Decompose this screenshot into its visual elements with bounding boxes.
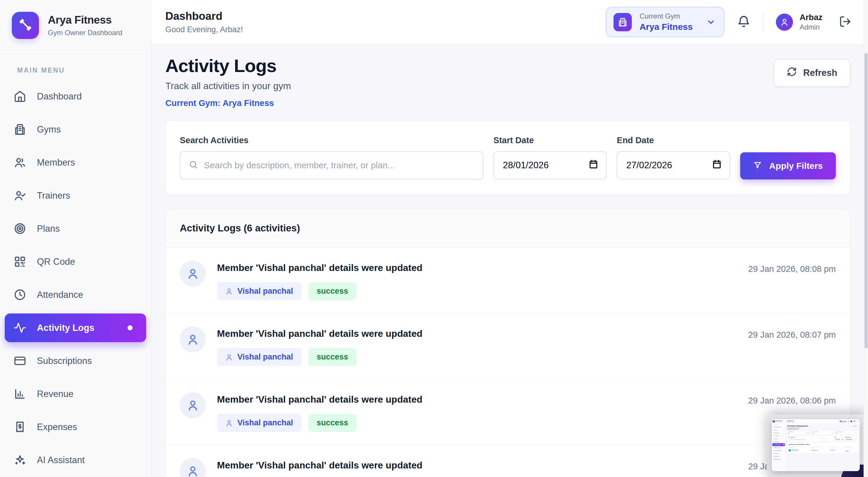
sidebar-item-trainers[interactable]: Trainers: [5, 181, 146, 210]
page-head-text: Activity Logs Track all activities in yo…: [165, 56, 291, 108]
pip-mini-checkin-time: ⌚ 09:52 am: [830, 449, 845, 451]
sidebar-item-dashboard[interactable]: Dashboard: [5, 82, 146, 111]
log-avatar: [180, 261, 206, 287]
sidebar: Arya Fitness Gym Owner Dashboard MAIN ME…: [0, 0, 151, 477]
activity-logs-card: Activity Logs (6 activities) Member 'Vis…: [165, 209, 850, 477]
current-gym-label: Current Gym: [640, 12, 693, 20]
current-gym-link[interactable]: Current Gym: Arya Fitness: [165, 98, 291, 108]
member-chip[interactable]: Vishal panchal: [217, 348, 302, 366]
activity-logs-header: Activity Logs (6 activities): [166, 209, 850, 248]
user-menu[interactable]: Arbaz Admin: [776, 13, 823, 31]
pip-mini-brand: Arya Fitness Gym Owner Dashboard: [772, 420, 785, 424]
status-badge: success: [309, 414, 356, 432]
log-chips: Vishal panchalsuccess: [217, 348, 737, 366]
sidebar-item-gyms[interactable]: Gyms: [5, 115, 146, 144]
sidebar-item-attendance[interactable]: Attendance: [5, 280, 146, 309]
sidebar-item-label: Expenses: [37, 422, 77, 433]
pip-mini-sidebar-item: Activity Logs: [772, 446, 785, 449]
funnel-icon: [753, 161, 762, 171]
topbar-title: Dashboard: [165, 10, 243, 23]
page-head: Activity Logs Track all activities in yo…: [165, 56, 850, 108]
refresh-button[interactable]: Refresh: [774, 59, 850, 87]
end-date-input[interactable]: 27/02/2026: [617, 151, 730, 180]
pip-mini-member-name: Vishal panchal: [792, 449, 798, 450]
pip-mini-sidebar-item: Attendance+: [772, 443, 785, 446]
pip-mini-sidebar-item: AI Assistant: [772, 458, 785, 461]
sidebar-item-plans[interactable]: Plans: [5, 214, 146, 243]
current-gym-name: Arya Fitness: [640, 22, 693, 32]
pip-mini-sidebar-item: Subscriptions: [772, 449, 785, 452]
pip-mini-stat-card: Inactive Members0: [835, 431, 858, 435]
user-text: Arbaz Admin: [800, 13, 823, 31]
scrollbar-thumb[interactable]: [864, 53, 868, 348]
gym-pill-text: Current Gym Arya Fitness: [640, 12, 693, 32]
user-check-icon: [13, 189, 26, 202]
pip-mini-table-column: Member Details: [788, 447, 812, 447]
start-date-label: Start Date: [493, 135, 607, 145]
current-gym-selector[interactable]: Current Gym Arya Fitness: [606, 7, 724, 37]
log-timestamp: 29 Jan 2026, 08:08 pm: [748, 261, 836, 300]
pip-mini-table-row: ☺ Vishal panchal ID: #1264 ☎ 9640567788 …: [787, 448, 858, 453]
avatar: [776, 13, 793, 31]
target-icon: [13, 222, 26, 235]
sidebar-item-revenue[interactable]: Revenue: [5, 380, 146, 408]
log-body: Member 'Vishal panchal' details were upd…: [217, 261, 737, 300]
sidebar-item-members[interactable]: Members: [5, 148, 146, 177]
pip-mini-search-input: ⚲ Search members by name or phone...: [788, 438, 833, 441]
sidebar-item-qr-code[interactable]: QR Code: [5, 247, 146, 276]
search-icon: [189, 160, 198, 170]
topbar-right: Current Gym Arya Fitness Arbaz Admin: [606, 7, 851, 37]
user-role: Admin: [800, 23, 823, 31]
log-title: Member 'Vishal panchal' details were upd…: [217, 328, 737, 339]
pip-mini-date-label: Date: [835, 437, 844, 438]
member-chip[interactable]: Vishal panchal: [217, 414, 302, 432]
sidebar-item-label: Members: [37, 157, 75, 168]
log-row: Member 'Vishal panchal' details were upd…: [166, 248, 850, 313]
apply-filters-label: Apply Filters: [769, 161, 823, 171]
pip-mini-sidebar-item: Dashboard: [772, 426, 785, 428]
pip-mini-content: Attendance Management Track daily member…: [786, 423, 860, 471]
calendar-icon[interactable]: [588, 159, 598, 171]
sidebar-item-subscriptions[interactable]: Subscriptions: [5, 347, 146, 375]
pip-mini-table: Attendance for 29 Jan 2026 (1 members) M…: [787, 443, 858, 454]
pip-mini-bell-icon: [848, 421, 849, 422]
pip-mini-logout-icon: [→: [857, 421, 858, 422]
log-avatar: [180, 458, 206, 477]
logout-button[interactable]: [839, 15, 851, 29]
pip-mini-table-column: Member Status: [845, 447, 857, 447]
pip-mini-stat-card: Active Members1: [811, 431, 834, 435]
pip-mini-page-link: Current Gym: Arya Fitness: [787, 428, 808, 430]
log-body: Member 'Vishal panchal' details were upd…: [217, 326, 737, 366]
pip-mini-topbar: Dashboard Good Evening, Arbaz! Current G…: [786, 419, 860, 423]
calendar-icon[interactable]: [712, 159, 722, 171]
search-input[interactable]: [204, 160, 474, 170]
apply-filters-button[interactable]: Apply Filters: [740, 152, 836, 180]
sidebar-item-ai-assistant[interactable]: AI Assistant: [5, 446, 146, 474]
pip-mini-main: Dashboard Good Evening, Arbaz! Current G…: [786, 419, 860, 471]
pip-preview-window[interactable]: Arya Fitness Gym Owner Dashboard MAIN ME…: [767, 414, 866, 477]
sidebar-item-label: Gyms: [37, 124, 61, 135]
notifications-button[interactable]: [737, 15, 750, 30]
pip-mini-sidebar-item: QR Code: [772, 440, 785, 443]
page-scrollbar[interactable]: [864, 0, 868, 477]
start-date-input[interactable]: 28/01/2026: [493, 151, 607, 180]
sidebar-item-expenses[interactable]: Expenses: [5, 413, 146, 441]
log-chips: Vishal panchalsuccess: [217, 414, 737, 432]
topbar-heading: Dashboard Good Evening, Arbaz!: [165, 10, 243, 34]
member-chip[interactable]: Vishal panchal: [217, 282, 302, 300]
sparkles-icon: [13, 454, 26, 466]
log-avatar: [180, 326, 206, 352]
brand-subtitle: Gym Owner Dashboard: [48, 29, 122, 37]
pip-mini-refresh-button: ↻ Refresh: [852, 425, 858, 427]
log-title: Member 'Vishal panchal' details were upd…: [217, 262, 737, 273]
pip-mini-table-column: Check-in Time: [830, 447, 845, 447]
pip-mini-table-title: Attendance for 29 Jan 2026 (1 members): [787, 443, 858, 446]
pip-mini-status-label: Member Status: [845, 437, 857, 438]
home-icon: [13, 90, 26, 103]
sidebar-item-label: Subscriptions: [37, 356, 92, 366]
status-badge: success: [309, 348, 356, 366]
page-title: Activity Logs: [165, 56, 291, 76]
sidebar-item-activity-logs[interactable]: Activity Logs: [5, 314, 146, 342]
receipt-icon: [13, 421, 26, 433]
pip-mini-menu-label: MAIN MENU: [773, 424, 785, 425]
